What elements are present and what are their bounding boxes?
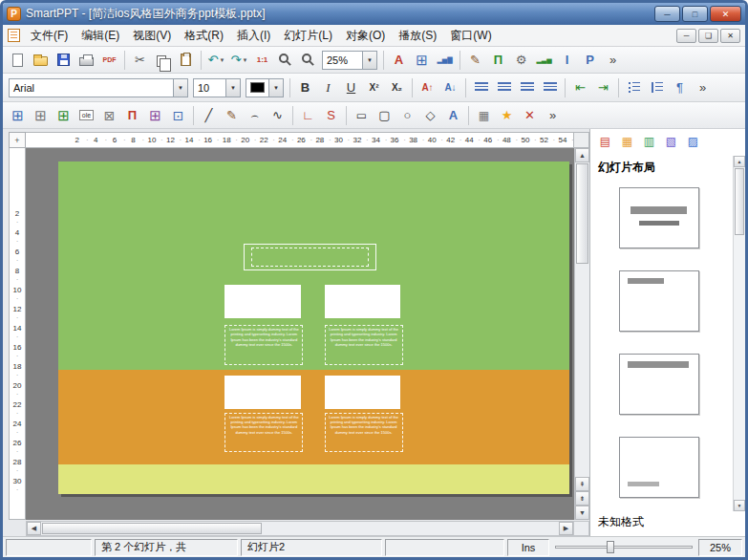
- line-icon[interactable]: ╱: [198, 105, 220, 126]
- insert-table-icon[interactable]: ⊞: [411, 50, 433, 71]
- caption-text-placeholder-1[interactable]: Lorem Ipsum is simply dummy text of the …: [224, 325, 303, 364]
- statistics-icon[interactable]: ▂▃▅: [533, 50, 555, 71]
- star-icon[interactable]: ★: [496, 105, 518, 126]
- vertical-scroll-thumb[interactable]: [576, 163, 588, 264]
- template-icon[interactable]: ▨: [684, 134, 702, 150]
- scroll-up-button[interactable]: ▲: [575, 148, 589, 162]
- curved-connector-icon[interactable]: S: [320, 105, 342, 126]
- menu-item-1[interactable]: 编辑(E): [75, 26, 126, 46]
- wordart-icon[interactable]: A: [442, 105, 464, 126]
- redo-icon[interactable]: ↷▼: [228, 50, 250, 71]
- font-size-select[interactable]: 10▼: [193, 78, 241, 97]
- arc-icon[interactable]: ⌢: [244, 105, 266, 126]
- tools-icon[interactable]: ⚙: [510, 50, 532, 71]
- frame-icon[interactable]: ⊠: [98, 105, 120, 126]
- zoom-in-icon[interactable]: [274, 50, 296, 71]
- font-color-icon[interactable]: A: [388, 50, 410, 71]
- content-image-placeholder-1[interactable]: [224, 285, 301, 318]
- bold-icon[interactable]: B: [294, 77, 316, 98]
- overflow-chevron[interactable]: »: [602, 50, 624, 71]
- close-button[interactable]: ✕: [710, 6, 741, 22]
- zoom-100-icon[interactable]: 1:1: [251, 50, 273, 71]
- insert-chart-icon[interactable]: ▂▅▇: [434, 50, 456, 71]
- text-frame-icon[interactable]: Π: [121, 105, 143, 126]
- caption-text-placeholder-3[interactable]: Lorem Ipsum is simply dummy text of the …: [224, 413, 303, 452]
- title-bar[interactable]: P SmartPPT - [简洁ios风格国外商务ppt模板.pptx] ─ □…: [3, 3, 745, 25]
- edit-points-icon[interactable]: ✎: [464, 50, 486, 71]
- formula-frame-icon[interactable]: ⊞: [144, 105, 166, 126]
- zoom-slider[interactable]: [552, 539, 695, 556]
- decrease-font-icon[interactable]: A↓: [439, 77, 461, 98]
- pen-icon[interactable]: ✎: [221, 105, 243, 126]
- paste-icon[interactable]: [175, 50, 197, 71]
- increase-font-icon[interactable]: A↑: [417, 77, 438, 98]
- export-pdf-icon[interactable]: PDF: [98, 50, 120, 71]
- bullets-icon[interactable]: [623, 77, 645, 98]
- align-center-icon[interactable]: [493, 77, 515, 98]
- elbow-connector-icon[interactable]: ∟: [297, 105, 319, 126]
- mdi-minimize-button[interactable]: ─: [676, 29, 696, 43]
- horizontal-scrollbar[interactable]: ◀ ▶: [26, 521, 574, 536]
- horizontal-scroll-thumb[interactable]: [42, 523, 262, 534]
- cancel-shape-icon[interactable]: ✕: [519, 105, 541, 126]
- panel-scroll-up-button[interactable]: ▲: [734, 156, 745, 167]
- maximize-button[interactable]: □: [682, 6, 708, 22]
- panel-scroll-down-button[interactable]: ▼: [734, 500, 745, 511]
- subscript-icon[interactable]: X₂: [386, 77, 408, 98]
- ellipse-icon[interactable]: ○: [396, 105, 418, 126]
- scroll-down-button[interactable]: ▼: [575, 506, 589, 520]
- caption-text-placeholder-2[interactable]: Lorem Ipsum is simply dummy text of the …: [325, 325, 403, 364]
- content-image-placeholder-3[interactable]: [224, 376, 301, 409]
- overflow-chevron[interactable]: »: [692, 77, 714, 98]
- menu-item-7[interactable]: 播放(S): [392, 26, 443, 46]
- caption-text-placeholder-4[interactable]: Lorem Ipsum is simply dummy text of the …: [325, 413, 403, 452]
- paragraph-icon[interactable]: ¶: [669, 77, 691, 98]
- print-icon[interactable]: [75, 50, 97, 71]
- italic-icon[interactable]: I: [317, 77, 339, 98]
- undo-icon[interactable]: ↶▼: [205, 50, 227, 71]
- rounded-rectangle-icon[interactable]: ▢: [374, 105, 395, 126]
- slide-canvas[interactable]: Lorem Ipsum is simply dummy text of the …: [26, 148, 574, 520]
- decrease-indent-icon[interactable]: ⇤: [569, 77, 591, 98]
- dropdown-arrow-icon[interactable]: ▼: [242, 57, 247, 63]
- horizontal-ruler[interactable]: 2468101214161820222426283032343638404244…: [26, 132, 574, 148]
- scroll-left-button[interactable]: ◀: [27, 522, 41, 535]
- menu-item-3[interactable]: 格式(R): [178, 26, 230, 46]
- increase-indent-icon[interactable]: ⇥: [592, 77, 614, 98]
- slide[interactable]: Lorem Ipsum is simply dummy text of the …: [58, 162, 569, 494]
- align-justify-icon[interactable]: [539, 77, 561, 98]
- next-slide-button[interactable]: ⇟: [575, 491, 589, 506]
- polygon-icon[interactable]: ◇: [419, 105, 441, 126]
- font-select[interactable]: Arial▼: [9, 78, 188, 97]
- info-icon[interactable]: I: [556, 50, 578, 71]
- numbering-icon[interactable]: [646, 77, 668, 98]
- slide-design-icon[interactable]: ▦: [618, 134, 636, 150]
- new-slide-icon[interactable]: ▤: [596, 134, 614, 150]
- spreadsheet-icon[interactable]: ⊞: [53, 105, 75, 126]
- title-placeholder[interactable]: [244, 244, 376, 271]
- menu-item-6[interactable]: 对象(O): [339, 26, 392, 46]
- align-right-icon[interactable]: [516, 77, 538, 98]
- content-image-placeholder-4[interactable]: [325, 376, 401, 409]
- copy-icon[interactable]: [152, 50, 174, 71]
- plugin-icon[interactable]: P: [579, 50, 601, 71]
- save-icon[interactable]: [53, 50, 75, 71]
- zoom-area-icon[interactable]: [297, 50, 319, 71]
- formula-icon[interactable]: Π: [487, 50, 509, 71]
- dropdown-arrow-icon[interactable]: ▼: [219, 57, 224, 63]
- layout-thumbnail-4[interactable]: [619, 437, 699, 498]
- zoom-slider-thumb[interactable]: [607, 541, 614, 553]
- table-icon[interactable]: ⊞: [7, 105, 29, 126]
- panel-scroll-thumb[interactable]: [735, 168, 744, 235]
- rectangle-icon[interactable]: ▭: [351, 105, 373, 126]
- zoom-select[interactable]: 25%▼: [322, 51, 377, 70]
- status-ins-mode[interactable]: Ins: [507, 539, 549, 556]
- vertical-scrollbar[interactable]: ▲ ⇞ ⇟ ▼: [574, 148, 589, 520]
- menu-item-2[interactable]: 视图(V): [126, 26, 178, 46]
- cut-icon[interactable]: ✂: [129, 50, 151, 71]
- menu-item-8[interactable]: 窗口(W): [443, 26, 498, 46]
- layout-thumbnail-1[interactable]: [619, 187, 699, 248]
- overflow-chevron[interactable]: »: [542, 105, 564, 126]
- object-frame-icon[interactable]: ⊡: [167, 105, 189, 126]
- minimize-button[interactable]: ─: [654, 6, 680, 22]
